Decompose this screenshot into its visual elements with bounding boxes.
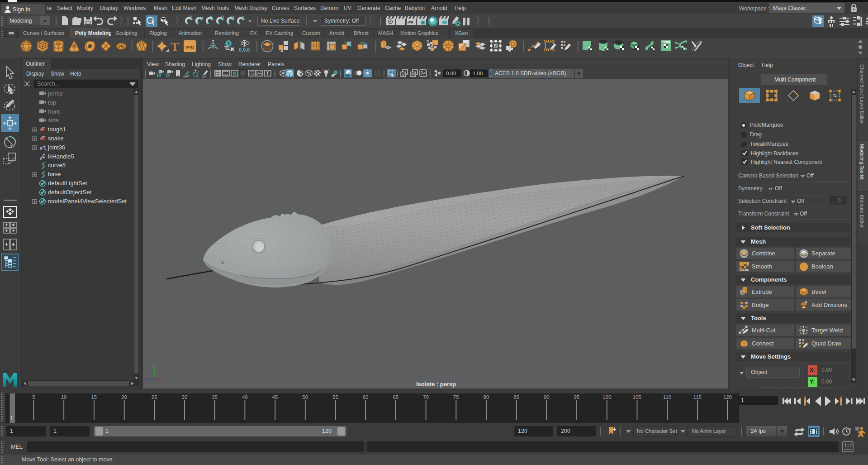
svg-text:80: 80 [484,394,489,400]
svg-text:50: 50 [302,394,308,400]
svg-text:ikHandle5: ikHandle5 [48,153,74,160]
svg-text:45: 45 [272,394,278,400]
svg-text:100: 100 [602,394,611,400]
svg-text:z: z [146,377,148,382]
svg-text:joint36: joint36 [47,144,65,151]
svg-text:115: 115 [693,394,702,400]
svg-text:defaultLightSet: defaultLightSet [48,180,87,187]
svg-text:persp: persp [48,90,63,97]
svg-text:T: T [266,71,269,76]
svg-text:5: 5 [32,394,35,400]
svg-text:svg: svg [185,44,194,49]
svg-text:snake: snake [48,135,64,142]
svg-text:1.00: 1.00 [473,71,483,76]
svg-text:20: 20 [121,394,127,400]
svg-text:T: T [171,40,179,53]
svg-text:120: 120 [723,394,732,400]
svg-text:curve5: curve5 [48,162,66,168]
svg-text:15: 15 [91,394,97,400]
svg-text:0.00: 0.00 [446,71,456,76]
svg-text:0,0,0: 0,0,0 [239,47,250,53]
svg-text:35: 35 [212,394,218,400]
svg-text:60: 60 [363,394,369,400]
svg-text:55: 55 [332,394,338,400]
svg-text:110: 110 [663,394,671,400]
svg-text:defaultObjectSet: defaultObjectSet [48,189,92,196]
svg-text:IPR: IPR [408,20,414,24]
svg-text:90: 90 [544,394,550,400]
svg-text:95: 95 [574,394,580,400]
svg-text:modelPanel4ViewSelectedSet: modelPanel4ViewSelectedSet [48,198,127,205]
svg-text:10: 10 [61,394,67,400]
svg-text:75: 75 [453,394,459,400]
svg-text:30: 30 [182,394,188,400]
svg-text:85: 85 [513,394,519,400]
svg-text:y: y [153,363,156,368]
svg-text:{;}: {;} [844,443,852,448]
svg-text:tough1: tough1 [48,126,66,133]
svg-text:105: 105 [633,394,641,400]
svg-text:x: x [161,376,164,382]
svg-text:65: 65 [393,394,398,400]
svg-text:40: 40 [242,394,248,400]
svg-text:70: 70 [423,394,429,400]
svg-text:base: base [48,171,61,177]
svg-text:front: front [48,108,60,115]
svg-text:top: top [48,99,56,106]
svg-text:side: side [48,117,59,124]
svg-text:25: 25 [152,394,157,400]
svg-text:1: 1 [10,415,14,422]
